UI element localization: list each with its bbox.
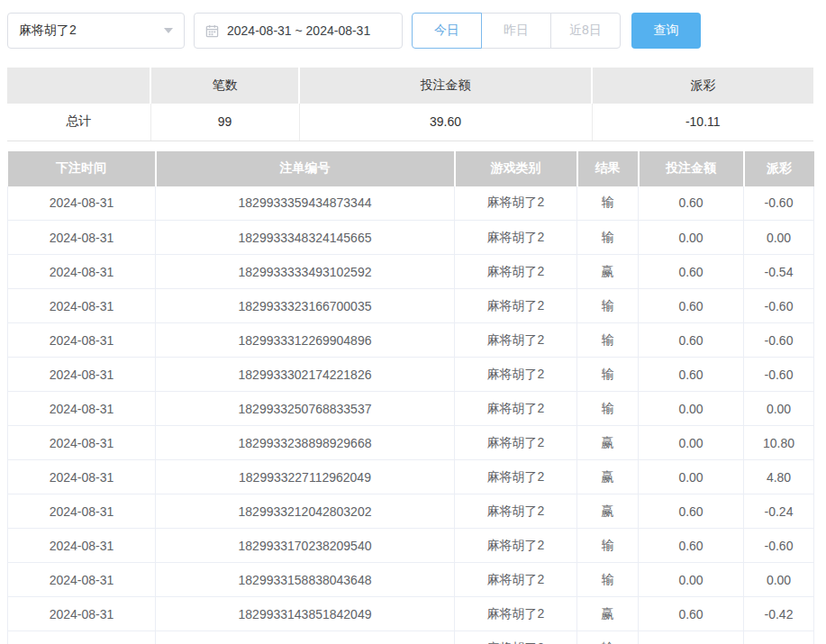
order-id-cell: 1829933227112962049 [156, 460, 455, 494]
result-cell: 赢 [577, 494, 639, 529]
bet-amount-cell: 0.60 [639, 323, 744, 358]
bet-time-cell: 2024-08-31 [8, 255, 156, 289]
payout-cell: 0.00 [744, 563, 814, 597]
table-row: 2024-08-311829933170238209540麻将胡了2输0.60-… [8, 529, 814, 563]
summary-total-label: 总计 [7, 104, 150, 141]
game-select[interactable]: 麻将胡了2 [7, 13, 185, 49]
game-type-cell: 麻将胡了2 [455, 563, 577, 597]
bet-amount-cell: 0.60 [639, 358, 744, 392]
summary-header-payout: 派彩 [592, 68, 813, 104]
last-8-days-button[interactable]: 近8日 [550, 13, 621, 49]
table-row: 2024-08-311829933312269904896麻将胡了2输0.60-… [8, 323, 814, 358]
table-row: 2024-08-311829933158838043648麻将胡了2输0.000… [8, 563, 814, 597]
result-cell: 赢 [577, 460, 639, 494]
game-type-cell: 麻将胡了2 [455, 460, 577, 494]
game-type-cell: 麻将胡了2 [455, 255, 577, 289]
result-cell: 输 [577, 631, 639, 644]
query-button[interactable]: 查询 [631, 13, 701, 49]
payout-cell: 0.00 [744, 631, 814, 644]
bet-amount-cell: 0.00 [639, 221, 744, 255]
summary-total-count: 99 [150, 104, 299, 141]
yesterday-button[interactable]: 昨日 [481, 13, 551, 49]
bet-time-cell: 2024-08-31 [8, 358, 156, 392]
game-select-value: 麻将胡了2 [19, 23, 77, 39]
summary-table: 笔数 投注金额 派彩 总计 99 39.60 -10.11 [7, 68, 813, 141]
bet-amount-cell: 0.00 [639, 563, 744, 597]
game-type-cell: 麻将胡了2 [455, 426, 577, 460]
date-range-picker[interactable]: 2024-08-31 ~ 2024-08-31 [194, 13, 403, 49]
payout-cell: -0.60 [744, 323, 814, 358]
summary-header-empty [7, 68, 150, 104]
bet-time-cell: 2024-08-31 [8, 323, 156, 358]
payout-cell: -0.24 [744, 494, 814, 529]
quick-date-button-group: 今日 昨日 近8日 [412, 13, 621, 49]
summary-total-bet-amount: 39.60 [299, 104, 592, 141]
bet-records-page: 麻将胡了2 2024-08-31 ~ 2024-08-31 今日 昨日 近8日 … [0, 0, 826, 644]
result-cell: 赢 [577, 597, 639, 631]
order-id-cell: 1829933333493102592 [156, 255, 455, 289]
game-type-cell: 麻将胡了2 [455, 186, 577, 221]
order-id-cell: 1829933250768833537 [156, 392, 455, 426]
bet-time-cell: 2024-08-31 [8, 597, 156, 631]
summary-total-payout: -10.11 [592, 104, 813, 141]
col-header-order-id: 注单编号 [156, 151, 455, 186]
bet-table-header-row: 下注时间 注单编号 游戏类别 结果 投注金额 派彩 [8, 151, 814, 186]
order-id-cell: 1829933302174221826 [156, 358, 455, 392]
result-cell: 输 [577, 529, 639, 563]
bet-time-cell: 2024-08-31 [8, 494, 156, 529]
order-id-cell: 1829933128142421828 [156, 631, 455, 644]
game-type-cell: 麻将胡了2 [455, 631, 577, 644]
game-type-cell: 麻将胡了2 [455, 221, 577, 255]
result-cell: 输 [577, 221, 639, 255]
bet-amount-cell: 0.00 [639, 392, 744, 426]
bet-amount-cell: 0.60 [639, 255, 744, 289]
order-id-cell: 1829933212042803202 [156, 494, 455, 529]
game-type-cell: 麻将胡了2 [455, 289, 577, 323]
col-header-bet-time: 下注时间 [8, 151, 156, 186]
payout-cell: 4.80 [744, 460, 814, 494]
bet-table-body: 2024-08-311829933359434873344麻将胡了2输0.60-… [8, 186, 814, 644]
game-type-cell: 麻将胡了2 [455, 494, 577, 529]
bet-time-cell: 2024-08-31 [8, 392, 156, 426]
summary-header-bet-amount: 投注金额 [299, 68, 592, 104]
result-cell: 输 [577, 289, 639, 323]
bet-time-cell: 2024-08-31 [8, 221, 156, 255]
result-cell: 赢 [577, 426, 639, 460]
order-id-cell: 1829933158838043648 [156, 563, 455, 597]
order-id-cell: 1829933170238209540 [156, 529, 455, 563]
game-type-cell: 麻将胡了2 [455, 392, 577, 426]
bet-time-cell: 2024-08-31 [8, 186, 156, 221]
table-row: 2024-08-311829933227112962049麻将胡了2赢0.004… [8, 460, 814, 494]
result-cell: 输 [577, 563, 639, 597]
bet-amount-cell: 0.00 [639, 460, 744, 494]
today-button[interactable]: 今日 [412, 13, 482, 49]
table-row: 2024-08-311829933359434873344麻将胡了2输0.60-… [8, 186, 814, 221]
table-row: 2024-08-311829933212042803202麻将胡了2赢0.60-… [8, 494, 814, 529]
table-row: 2024-08-311829933348324145665麻将胡了2输0.000… [8, 221, 814, 255]
bet-amount-cell: 0.00 [639, 631, 744, 644]
bet-time-cell: 2024-08-31 [8, 563, 156, 597]
table-row: 2024-08-311829933238898929668麻将胡了2赢0.001… [8, 426, 814, 460]
table-row: 2024-08-311829933250768833537麻将胡了2输0.000… [8, 392, 814, 426]
game-type-cell: 麻将胡了2 [455, 529, 577, 563]
table-row: 2024-08-311829933302174221826麻将胡了2输0.60-… [8, 358, 814, 392]
game-type-cell: 麻将胡了2 [455, 597, 577, 631]
bet-amount-cell: 0.00 [639, 426, 744, 460]
order-id-cell: 1829933348324145665 [156, 221, 455, 255]
col-header-result: 结果 [577, 151, 639, 186]
order-id-cell: 1829933312269904896 [156, 323, 455, 358]
payout-cell: -0.60 [744, 529, 814, 563]
summary-total-row: 总计 99 39.60 -10.11 [7, 104, 813, 141]
payout-cell: 10.80 [744, 426, 814, 460]
order-id-cell: 1829933143851842049 [156, 597, 455, 631]
result-cell: 输 [577, 392, 639, 426]
bet-amount-cell: 0.60 [639, 597, 744, 631]
summary-header-count: 笔数 [150, 68, 299, 104]
game-type-cell: 麻将胡了2 [455, 323, 577, 358]
calendar-icon [205, 24, 219, 38]
result-cell: 输 [577, 323, 639, 358]
table-row: 2024-08-311829933333493102592麻将胡了2赢0.60-… [8, 255, 814, 289]
bet-time-cell: 2024-08-31 [8, 426, 156, 460]
bet-amount-cell: 0.60 [639, 494, 744, 529]
payout-cell: -0.60 [744, 289, 814, 323]
